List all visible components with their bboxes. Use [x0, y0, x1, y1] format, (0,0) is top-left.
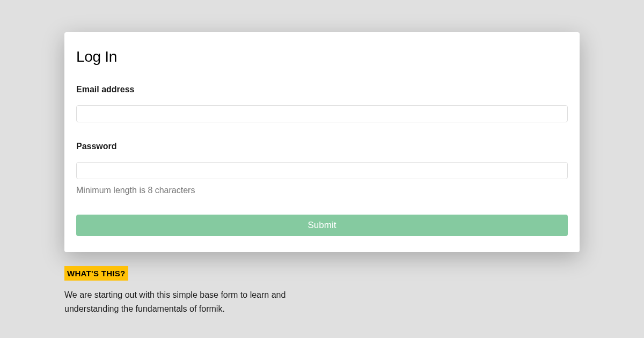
login-card: Log In Email address Password Minimum le… [64, 32, 580, 252]
password-label: Password [76, 142, 568, 151]
password-help-text: Minimum length is 8 characters [76, 186, 568, 195]
email-group: Email address [76, 85, 568, 122]
email-label: Email address [76, 85, 568, 94]
info-section: WHAT'S THIS? We are starting out with th… [64, 266, 580, 317]
password-field[interactable] [76, 162, 568, 179]
password-group: Password Minimum length is 8 characters [76, 142, 568, 195]
submit-button[interactable]: Submit [76, 215, 568, 236]
info-badge: WHAT'S THIS? [64, 266, 128, 281]
page-title: Log In [76, 48, 568, 65]
email-field[interactable] [76, 105, 568, 122]
info-description: We are starting out with this simple bas… [64, 288, 301, 317]
